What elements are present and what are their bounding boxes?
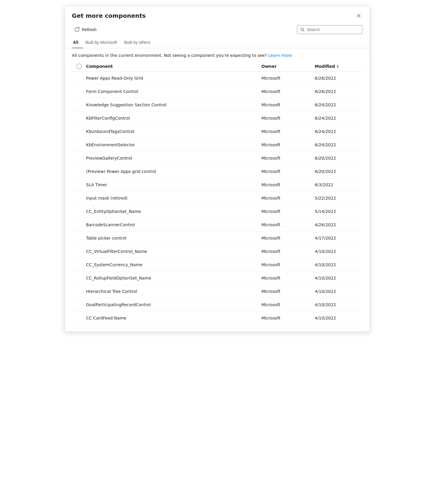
- component-owner: Microsoft: [262, 169, 315, 174]
- component-name: CC_EntityOptionSet_Name: [86, 209, 262, 214]
- search-input[interactable]: [307, 27, 359, 32]
- tab-all[interactable]: All: [72, 38, 83, 48]
- component-modified: 4/10/2022: [315, 289, 362, 294]
- close-icon: [356, 13, 361, 18]
- component-owner: Microsoft: [262, 89, 315, 94]
- info-text: All components in the current environmen…: [72, 53, 267, 58]
- component-owner: Microsoft: [262, 129, 315, 134]
- search-icon: [300, 28, 305, 32]
- component-owner: Microsoft: [262, 262, 315, 267]
- table-row[interactable]: Power Apps Read-Only Grid Microsoft 6/26…: [72, 72, 362, 85]
- component-owner: Microsoft: [262, 116, 315, 121]
- learn-more-link[interactable]: Learn more: [268, 53, 292, 58]
- component-name: KbEnvironmentSelector: [86, 142, 262, 147]
- component-name: Input mask (retired): [86, 196, 262, 200]
- component-name: BarcodeScannerControl: [86, 222, 262, 227]
- component-name: Knowledge Suggestion Section Control: [86, 102, 262, 107]
- component-modified: 4/10/2022: [315, 249, 362, 254]
- component-owner: Microsoft: [262, 182, 315, 187]
- table-row[interactable]: CC_EntityOptionSet_Name Microsoft 5/14/2…: [72, 205, 362, 218]
- table-row[interactable]: Input mask (retired) Microsoft 5/22/2022: [72, 192, 362, 205]
- component-name: Power Apps Read-Only Grid: [86, 76, 262, 81]
- component-name: KbFilterConfigControl: [86, 116, 262, 121]
- tabs-bar: All Built by Microsoft Built by others: [65, 34, 369, 48]
- components-table: Component Owner Modified ↓ Power Apps Re…: [65, 61, 369, 325]
- get-more-components-dialog: Get more components Refresh All Built by…: [65, 6, 370, 332]
- component-modified: 4/10/2022: [315, 262, 362, 267]
- component-owner: Microsoft: [262, 249, 315, 254]
- component-modified: 6/24/2022: [315, 129, 362, 134]
- component-name: Table picker control: [86, 236, 262, 240]
- component-modified: 4/17/2022: [315, 236, 362, 240]
- component-name: CC_RollupFieldOptionSet_Name: [86, 276, 262, 280]
- table-row[interactable]: Table picker control Microsoft 4/17/2022: [72, 232, 362, 245]
- toolbar: Refresh: [65, 23, 369, 34]
- table-row[interactable]: KbFilterConfigControl Microsoft 6/24/202…: [72, 112, 362, 125]
- component-owner: Microsoft: [262, 156, 315, 160]
- component-modified: 4/10/2022: [315, 276, 362, 280]
- component-name: Form Component Control: [86, 89, 262, 94]
- component-name: KbUnboundTagsControl: [86, 129, 262, 134]
- component-modified: 6/26/2022: [315, 89, 362, 94]
- svg-line-1: [303, 31, 304, 32]
- component-owner: Microsoft: [262, 316, 315, 320]
- component-owner: Microsoft: [262, 302, 315, 307]
- component-modified: 6/24/2022: [315, 102, 362, 107]
- table-row[interactable]: GoalParticipatingRecordControl Microsoft…: [72, 298, 362, 312]
- component-name: SLA Timer: [86, 182, 262, 187]
- component-modified: 4/10/2022: [315, 316, 362, 320]
- component-owner: Microsoft: [262, 236, 315, 240]
- component-name: PreviewGalleryControl: [86, 156, 262, 160]
- component-modified: 6/24/2022: [315, 142, 362, 147]
- sort-descending-icon: ↓: [336, 64, 339, 68]
- table-row[interactable]: CC_RollupFieldOptionSet_Name Microsoft 4…: [72, 272, 362, 285]
- table-row[interactable]: KbEnvironmentSelector Microsoft 6/24/202…: [72, 138, 362, 152]
- table-row[interactable]: Form Component Control Microsoft 6/26/20…: [72, 85, 362, 98]
- select-all-checkbox[interactable]: [76, 64, 82, 69]
- component-modified: 6/3/2022: [315, 182, 362, 187]
- component-name: GoalParticipatingRecordControl: [86, 302, 262, 307]
- table-row[interactable]: CC_SystemCurrency_Name Microsoft 4/10/20…: [72, 258, 362, 272]
- component-modified: 6/24/2022: [315, 116, 362, 121]
- dialog-header: Get more components: [65, 6, 369, 23]
- component-modified: 6/20/2022: [315, 169, 362, 174]
- component-owner: Microsoft: [262, 102, 315, 107]
- table-row[interactable]: Hierarchical Tree Control Microsoft 4/10…: [72, 285, 362, 298]
- refresh-button[interactable]: Refresh: [72, 25, 99, 34]
- tab-built-by-microsoft[interactable]: Built by Microsoft: [83, 38, 122, 48]
- table-row[interactable]: (Preview) Power Apps grid control Micros…: [72, 165, 362, 178]
- search-box[interactable]: [297, 25, 362, 34]
- component-modified: 4/10/2022: [315, 302, 362, 307]
- component-name: CC_VirtualFilterControl_Name: [86, 249, 262, 254]
- component-modified: 5/14/2022: [315, 209, 362, 214]
- component-modified: 4/26/2022: [315, 222, 362, 227]
- table-row[interactable]: BarcodeScannerControl Microsoft 4/26/202…: [72, 218, 362, 232]
- component-owner: Microsoft: [262, 196, 315, 200]
- table-row[interactable]: CC_VirtualFilterControl_Name Microsoft 4…: [72, 245, 362, 258]
- dialog-title: Get more components: [72, 12, 146, 19]
- table-row[interactable]: SLA Timer Microsoft 6/3/2022: [72, 178, 362, 192]
- component-modified: 5/22/2022: [315, 196, 362, 200]
- table-body: Power Apps Read-Only Grid Microsoft 6/26…: [72, 72, 362, 325]
- component-name: (Preview) Power Apps grid control: [86, 169, 262, 174]
- component-owner: Microsoft: [262, 142, 315, 147]
- component-owner: Microsoft: [262, 276, 315, 280]
- info-bar: All components in the current environmen…: [65, 48, 369, 61]
- component-modified: 6/20/2022: [315, 156, 362, 160]
- component-modified: 6/26/2022: [315, 76, 362, 81]
- table-row[interactable]: PreviewGalleryControl Microsoft 6/20/202…: [72, 152, 362, 165]
- tab-built-by-others[interactable]: Built by others: [122, 38, 155, 48]
- component-name: Hierarchical Tree Control: [86, 289, 262, 294]
- component-owner: Microsoft: [262, 76, 315, 81]
- column-header-component: Component: [86, 64, 262, 69]
- table-row[interactable]: CC CardFeed Name Microsoft 4/10/2022: [72, 312, 362, 325]
- table-header-row: Component Owner Modified ↓: [72, 61, 362, 72]
- component-owner: Microsoft: [262, 209, 315, 214]
- component-owner: Microsoft: [262, 222, 315, 227]
- column-header-modified[interactable]: Modified ↓: [315, 64, 362, 69]
- close-button[interactable]: [355, 12, 362, 19]
- column-header-owner: Owner: [262, 64, 315, 69]
- table-row[interactable]: Knowledge Suggestion Section Control Mic…: [72, 98, 362, 112]
- table-row[interactable]: KbUnboundTagsControl Microsoft 6/24/2022: [72, 125, 362, 138]
- component-owner: Microsoft: [262, 289, 315, 294]
